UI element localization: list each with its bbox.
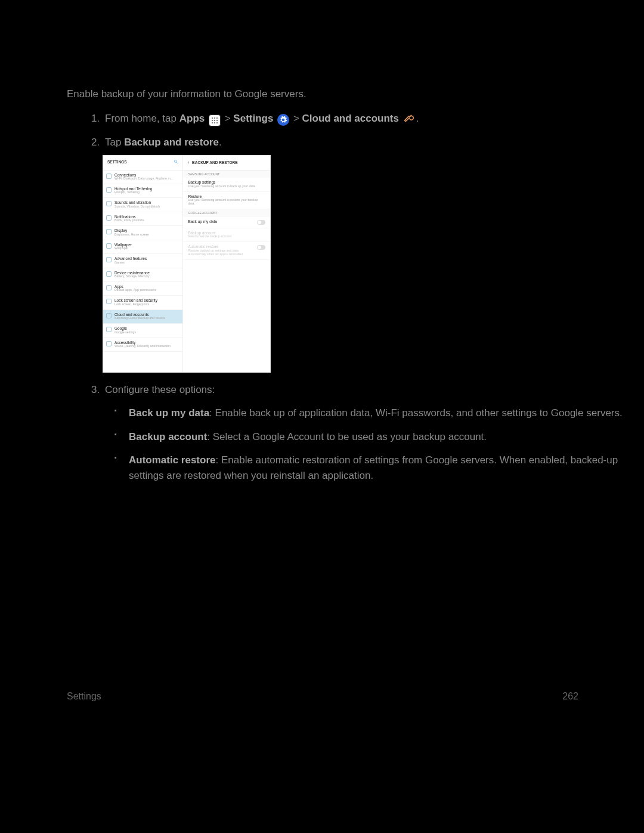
svg-point-6 bbox=[212, 122, 213, 123]
screenshot-left-item: GoogleGoogle settings bbox=[103, 324, 182, 337]
category-icon bbox=[106, 285, 112, 290]
category-icon bbox=[106, 257, 112, 262]
options-list: Back up my data: Enable back up of appli… bbox=[119, 405, 644, 483]
search-icon bbox=[174, 159, 178, 166]
section-google: GOOGLE ACCOUNT bbox=[183, 209, 270, 217]
page-footer: Settings 262 bbox=[67, 691, 578, 702]
screenshot-backup-title: BACKUP AND RESTORE bbox=[192, 160, 237, 166]
screenshot-left-item: Device maintenanceBattery, Storage, Memo… bbox=[103, 268, 182, 282]
right-item-backup-data: Back up my data bbox=[183, 217, 270, 228]
section-samsung: SAMSUNG ACCOUNT bbox=[183, 171, 270, 178]
category-icon bbox=[106, 271, 112, 277]
right-item-restore: RestoreUse your Samsung account to resto… bbox=[183, 192, 270, 209]
svg-point-9 bbox=[410, 115, 411, 116]
category-icon bbox=[106, 243, 112, 249]
category-icon bbox=[106, 174, 112, 179]
sep-1: > bbox=[225, 113, 234, 124]
backup-restore-label: Backup and restore bbox=[124, 137, 219, 148]
screenshot-left-item: AccessibilityVision, Hearing, Dexterity … bbox=[103, 338, 182, 352]
right-item-backup-account: Backup accountNeed to set the backup acc… bbox=[183, 228, 270, 242]
screenshot-settings-header: SETTINGS bbox=[103, 156, 182, 171]
category-icon bbox=[106, 327, 112, 332]
svg-point-0 bbox=[212, 117, 213, 119]
step-3: Configure these options: Back up my data… bbox=[103, 382, 644, 484]
screenshot-left-item: Hotspot and TetheringHotspot, Tethering bbox=[103, 184, 182, 198]
svg-point-8 bbox=[216, 122, 218, 123]
key-icon bbox=[403, 112, 415, 123]
svg-point-7 bbox=[214, 122, 215, 123]
category-icon bbox=[106, 341, 112, 346]
footer-page-number: 262 bbox=[562, 691, 578, 702]
screenshot-right-panel: ‹ BACKUP AND RESTORE SAMSUNG ACCOUNT Bac… bbox=[183, 156, 270, 372]
svg-point-3 bbox=[212, 120, 213, 121]
right-item-backup-settings: Backup settingsUse your Samsung account … bbox=[183, 178, 270, 191]
toggle-icon bbox=[257, 220, 265, 225]
screenshot-left-item: Cloud and accountsSamsung Cloud, Backup … bbox=[103, 310, 182, 324]
screenshot-left-item: AppsDefault apps, App permissions bbox=[103, 282, 182, 296]
settings-label: Settings bbox=[233, 113, 273, 124]
option-backup-account: Backup account: Select a Google Account … bbox=[119, 429, 644, 445]
option-backup-data: Back up my data: Enable back up of appli… bbox=[119, 405, 644, 421]
screenshot-left-item: Advanced featuresGames bbox=[103, 254, 182, 268]
step-1: From home, tap Apps > Settings > Cloud a… bbox=[103, 111, 644, 126]
category-icon bbox=[106, 229, 112, 234]
step-1-end: . bbox=[416, 113, 419, 124]
apps-grid-icon bbox=[209, 114, 221, 126]
step-3-text: Configure these options: bbox=[105, 384, 215, 395]
settings-screenshot: SETTINGS ConnectionsWi-Fi, Bluetooth, Da… bbox=[103, 155, 271, 373]
svg-point-4 bbox=[214, 120, 215, 121]
settings-gear-icon bbox=[277, 114, 289, 126]
back-chevron-icon: ‹ bbox=[187, 159, 189, 166]
cloud-accounts-label: Cloud and accounts bbox=[302, 113, 399, 124]
step-2-end: . bbox=[219, 137, 222, 148]
screenshot-left-item: Lock screen and securityLock screen, Fin… bbox=[103, 296, 182, 309]
apps-label: Apps bbox=[179, 113, 205, 124]
category-icon bbox=[106, 313, 112, 318]
screenshot-left-item: ConnectionsWi-Fi, Bluetooth, Data usage,… bbox=[103, 171, 182, 184]
footer-section: Settings bbox=[67, 691, 101, 702]
toggle-icon bbox=[257, 245, 265, 250]
screenshot-left-item: DisplayBrightness, Home screen bbox=[103, 226, 182, 240]
svg-point-10 bbox=[175, 160, 177, 162]
screenshot-settings-title: SETTINGS bbox=[107, 159, 127, 166]
intro-text: Enable backup of your information to Goo… bbox=[67, 88, 644, 100]
category-icon bbox=[106, 201, 112, 206]
screenshot-backup-header: ‹ BACKUP AND RESTORE bbox=[183, 156, 270, 171]
option-auto-restore: Automatic restore: Enable automatic rest… bbox=[119, 453, 644, 483]
screenshot-left-panel: SETTINGS ConnectionsWi-Fi, Bluetooth, Da… bbox=[103, 156, 183, 372]
step-list: From home, tap Apps > Settings > Cloud a… bbox=[103, 111, 644, 483]
category-icon bbox=[106, 187, 112, 193]
category-icon bbox=[106, 215, 112, 221]
svg-point-2 bbox=[216, 117, 218, 119]
screenshot-left-item: WallpaperWallpaper bbox=[103, 240, 182, 254]
step-1-prefix: From home, tap bbox=[105, 113, 179, 124]
right-item-auto-restore: Automatic restoreRestore backed up setti… bbox=[183, 242, 270, 259]
step-2: Tap Backup and restore. SETTINGS Connect… bbox=[103, 135, 644, 373]
svg-point-1 bbox=[214, 117, 215, 119]
sep-2: > bbox=[293, 113, 302, 124]
screenshot-left-item: NotificationsBlock, allow, prioritize bbox=[103, 212, 182, 226]
screenshot-left-item: Sounds and vibrationSounds, Vibration, D… bbox=[103, 198, 182, 212]
category-icon bbox=[106, 299, 112, 304]
step-2-prefix: Tap bbox=[105, 137, 124, 148]
svg-line-11 bbox=[177, 162, 178, 163]
svg-point-5 bbox=[216, 120, 218, 121]
